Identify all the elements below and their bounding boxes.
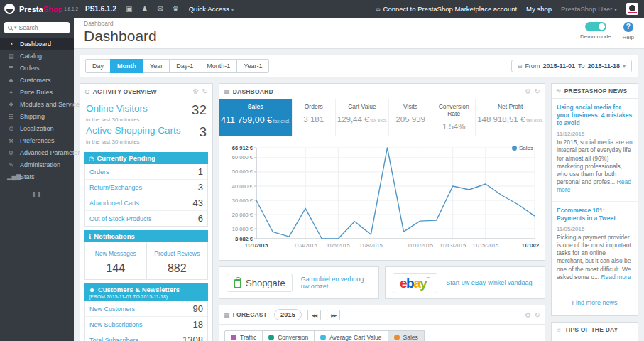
activity-row-link[interactable]: Total Subscribers	[89, 337, 138, 341]
kpi-tab-net-profit[interactable]: Net Profit148 918,51 € tax excl.	[476, 99, 545, 136]
forecast-toggle-traffic[interactable]: Traffic	[224, 330, 263, 341]
activity-row-link[interactable]: New Customers	[89, 305, 135, 313]
sidebar-item-localization[interactable]: ⊕Localization	[0, 122, 74, 134]
gear-icon[interactable]: ⚙	[525, 311, 531, 319]
read-more-link[interactable]: Read more	[601, 274, 631, 281]
cart-icon[interactable]: ▣	[126, 5, 132, 13]
page-header: Dashboard Dashboard Demo mode ?Help	[74, 18, 644, 49]
refresh-icon[interactable]: ↻	[534, 311, 540, 319]
kpi-tab-sales[interactable]: Sales411 759,00 € tax excl.	[219, 99, 293, 136]
online-visitors-sub: in the last 30 minutes	[86, 117, 207, 123]
search-input[interactable]	[19, 24, 66, 31]
activity-row-link[interactable]: New Subscriptions	[89, 321, 143, 328]
refresh-icon[interactable]: ↻	[534, 87, 540, 95]
my-shop-link[interactable]: My shop	[526, 5, 552, 13]
filter-day-button[interactable]: Day	[85, 59, 111, 73]
kpi-tab-conversion-rate[interactable]: Conversion Rate1.54%	[432, 99, 476, 136]
collapse-menu-icon[interactable]: ❚❚	[0, 191, 74, 197]
svg-text:11/1/2015: 11/1/2015	[245, 242, 268, 249]
date-range-button[interactable]: ⊞ From 2015-11-01 To 2015-11-18 ▾	[511, 60, 632, 72]
news-article-title[interactable]: Ecommerce 101: Payments in a Tweet	[557, 207, 633, 222]
filter-month-1-button[interactable]: Month-1	[200, 59, 237, 73]
news-article-title[interactable]: Using social media for your business: 4 …	[557, 104, 633, 127]
chevron-down-icon: ▾	[623, 63, 626, 70]
app-version: 1.6.1.2	[64, 6, 78, 11]
news-article-excerpt: Picking a payment provider is one of the…	[557, 234, 633, 281]
kpi-label: Cart Value	[337, 103, 387, 110]
forecast-toggle-conversion[interactable]: Conversion	[262, 330, 315, 341]
time-filter-group: DayMonthYearDay-1Month-1Year-1	[86, 59, 269, 73]
gear-icon[interactable]: ⚙	[525, 87, 531, 95]
notification-link[interactable]: Product Reviews	[154, 250, 200, 257]
catalog-icon: ▤	[7, 53, 15, 60]
svg-text:11/4/2015: 11/4/2015	[294, 242, 317, 249]
kpi-tab-cart-value[interactable]: Cart Value129,44 € tax excl.	[336, 99, 389, 136]
notifications-section-title: Notifications	[94, 232, 135, 240]
sidebar-item-orders[interactable]: ☰Orders	[0, 62, 74, 74]
sidebar-item-price-rules[interactable]: ✦Price Rules	[0, 86, 74, 98]
kpi-tab-orders[interactable]: Orders3 181	[293, 99, 336, 136]
tips-of-the-day-panel: ☼ TIPS OF THE DAY ingenico Payment servi…	[551, 322, 638, 341]
sidebar-search[interactable]: ▾	[4, 22, 70, 33]
active-carts-link[interactable]: Active Shopping Carts	[86, 125, 181, 136]
active-carts-sub: in the last 30 minutes	[86, 139, 207, 145]
shop-name: PS1.6.1.2	[85, 5, 116, 13]
svg-text:20 000 €: 20 000 €	[232, 212, 253, 218]
sidebar-item-dashboard[interactable]: ◔Dashboard	[0, 38, 74, 50]
sidebar-item-preferences[interactable]: ⚒Preferences	[0, 134, 74, 146]
avatar[interactable]	[626, 3, 638, 15]
find-more-news-link[interactable]: Find more news	[572, 299, 617, 306]
sidebar-item-modules-and-services[interactable]: ❖Modules and Services	[0, 98, 74, 110]
content-area: DayMonthYearDay-1Month-1Year-1 ⊞ From 20…	[74, 49, 644, 341]
forecast-toggle-average-cart-value[interactable]: Average Cart Value	[314, 330, 388, 341]
kpi-tab-visits[interactable]: Visits205 939	[389, 99, 432, 136]
read-more-link[interactable]: Read more	[557, 178, 631, 193]
activity-row-link[interactable]: Orders	[89, 168, 109, 175]
trophy-icon[interactable]: ♛	[173, 5, 179, 13]
shopgate-link[interactable]: Ga mobiel en verhoog uw omzet	[301, 276, 371, 290]
sidebar-item-advanced-parameters[interactable]: ⚙Advanced Parameters	[0, 146, 74, 158]
notification-link[interactable]: New Messages	[95, 250, 136, 257]
demo-mode-toggle[interactable]	[585, 22, 606, 31]
messages-icon[interactable]: ✉	[157, 5, 163, 13]
filter-year-1-button[interactable]: Year-1	[236, 59, 269, 73]
activity-row-new-subscriptions: New Subscriptions18	[85, 317, 207, 332]
activity-row-link[interactable]: Return/Exchanges	[89, 184, 142, 191]
customers-section-title: Customers & Newsletters	[98, 286, 180, 293]
notification-cell-new-messages: New Messages144	[85, 242, 147, 279]
filter-day-1-button[interactable]: Day-1	[169, 59, 200, 73]
sidebar-item-catalog[interactable]: ▤Catalog	[0, 50, 74, 62]
svg-text:3 082 €: 3 082 €	[235, 236, 253, 242]
sidebar-item-label: Localization	[20, 125, 54, 132]
sidebar-item-stats[interactable]: ▂▅▇Stats	[0, 170, 74, 183]
forecast-next-button[interactable]: ▶▶	[327, 310, 340, 320]
ebay-link[interactable]: Start uw eBay-winkel vandaag	[446, 279, 532, 286]
forecast-prev-button[interactable]: ◀◀	[307, 310, 321, 320]
customers-quick-icon[interactable]: ♟	[141, 5, 148, 13]
gear-icon[interactable]: ⚙	[192, 87, 199, 95]
activity-row-new-customers: New Customers90	[85, 301, 207, 317]
sidebar-item-label: Price Rules	[20, 89, 53, 96]
activity-row-link[interactable]: Abandoned Carts	[89, 200, 139, 207]
marketplace-link[interactable]: ∞Connect to PrestaShop Marketplace accou…	[376, 5, 517, 13]
user-menu[interactable]: PrestaShop User ▾	[561, 5, 617, 13]
breadcrumb[interactable]: Dashboard	[84, 20, 637, 27]
news-article-excerpt: In 2015, social media are an integral pa…	[557, 139, 633, 195]
activity-row-link[interactable]: Out of Stock Products	[89, 215, 152, 222]
orders-icon: ☰	[7, 65, 15, 72]
activity-icon: ⊙	[84, 88, 90, 95]
sidebar-item-customers[interactable]: ☻Customers	[0, 74, 74, 86]
filter-year-button[interactable]: Year	[143, 59, 170, 73]
forecast-toggle-sales[interactable]: Sales	[388, 330, 425, 341]
online-visitors-link[interactable]: Online Visitors	[86, 103, 148, 114]
help-icon[interactable]: ?	[623, 22, 633, 32]
quick-access-menu[interactable]: Quick Access ▾	[189, 5, 234, 13]
filter-month-button[interactable]: Month	[110, 59, 143, 73]
date-filter-bar: DayMonthYearDay-1Month-1Year-1 ⊞ From 20…	[80, 55, 638, 77]
sidebar-item-label: Stats	[20, 173, 35, 180]
ebay-logo: ebay™	[393, 273, 437, 293]
sidebar-item-administration[interactable]: ✎Administration	[0, 158, 74, 170]
notification-value: 144	[87, 262, 145, 275]
sidebar-item-shipping[interactable]: ☷Shipping	[0, 110, 74, 122]
refresh-icon[interactable]: ↻	[202, 87, 208, 95]
